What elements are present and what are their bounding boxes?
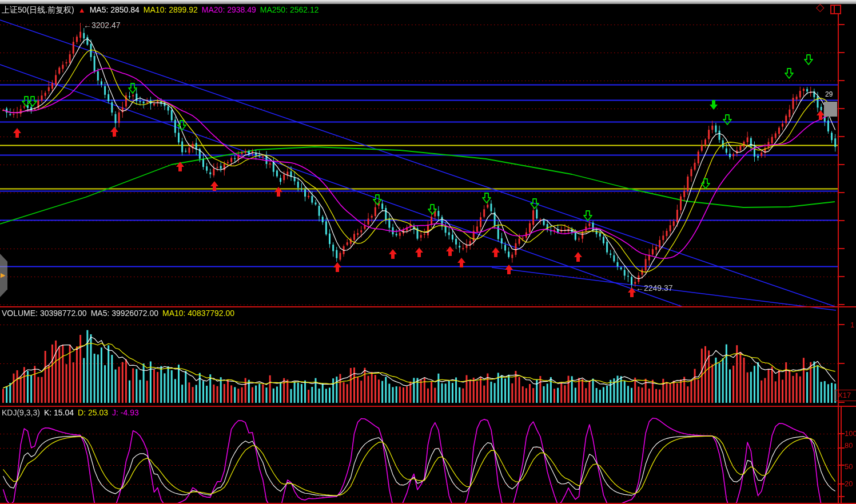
ma5-value: MA5: 2850.84 <box>90 5 140 14</box>
kdj-header: KDJ(9,3,3)K: 15.04D: 25.03J: -4.93 <box>2 408 143 417</box>
window-top-strip <box>0 0 856 4</box>
indicator-corner-label[interactable]: X17 <box>835 390 856 401</box>
ma10-value: MA10: 2899.92 <box>144 5 198 14</box>
main-chart-header: 上证50(日线.前复权)▲MA5: 2850.84MA10: 2899.92MA… <box>2 5 323 15</box>
peak-price-label: ←3202.47 <box>83 21 121 30</box>
chart-canvas[interactable] <box>0 0 856 504</box>
volume-value: VOLUME: 30398772.00 <box>2 309 87 318</box>
last-price-label: 29 <box>825 90 833 98</box>
kdj-axis-label: 20 <box>845 479 853 488</box>
volume-header: VOLUME: 30398772.00MA5: 39926072.00MA10:… <box>2 309 238 318</box>
up-arrow-icon: ▲ <box>78 6 86 14</box>
kdj-axis-label: 80 <box>845 441 853 450</box>
kdj-j-value: J: -4.93 <box>112 408 139 417</box>
volume-axis-top-label: 1 <box>850 321 854 329</box>
current-price-marker <box>824 102 837 117</box>
kdj-d-value: D: 25.03 <box>78 408 108 417</box>
kdj-params: KDJ(9,3,3) <box>2 408 40 417</box>
split-window-icon[interactable] <box>830 5 841 14</box>
instrument-title: 上证50(日线.前复权) <box>2 5 74 14</box>
volume-ma10-value: MA10: 40837792.00 <box>162 309 234 318</box>
ma20-value: MA20: 2938.49 <box>202 5 256 14</box>
kdj-axis-label: 50 <box>845 462 853 471</box>
kdj-axis-label: 100 <box>845 429 856 438</box>
volume-ma5-value: MA5: 39926072.00 <box>91 309 158 318</box>
stock-app-window: { "main": { "title": "上证50(日线.前复权)", "up… <box>0 0 856 504</box>
diamond-icon[interactable]: ◇ <box>816 3 825 13</box>
ma250-value: MA250: 2562.12 <box>260 5 319 14</box>
trough-price-label: ←2249.37 <box>636 283 673 293</box>
expand-arrow-icon: ▶ <box>1 271 5 279</box>
kdj-k-value: K: 15.04 <box>44 408 74 417</box>
